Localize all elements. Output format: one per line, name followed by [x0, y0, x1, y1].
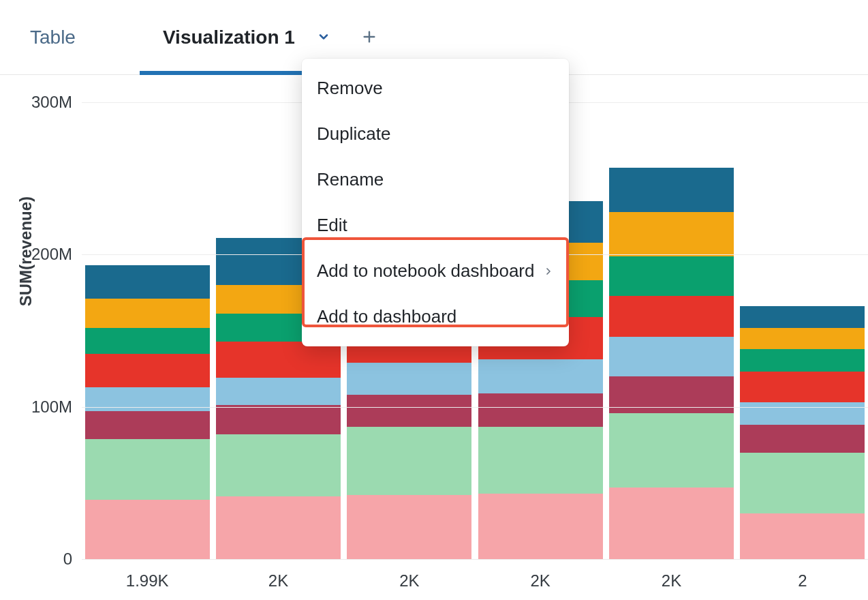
bar-segment — [609, 212, 734, 256]
menu-add-to-notebook-dashboard[interactable]: Add to notebook dashboard — [302, 248, 569, 294]
bar-segment — [478, 393, 603, 427]
y-tick-label: 0 — [63, 550, 82, 569]
tab-menu-trigger[interactable] — [317, 30, 330, 44]
bar-segment — [216, 378, 341, 405]
x-tick-label: 1.99K — [126, 571, 169, 590]
menu-rename[interactable]: Rename — [302, 157, 569, 202]
y-tick-label: 200M — [31, 245, 82, 264]
bar-segment — [609, 337, 734, 376]
bar-segment — [609, 413, 734, 487]
menu-remove[interactable]: Remove — [302, 65, 569, 111]
bar[interactable] — [740, 306, 865, 559]
bar-segment — [740, 425, 865, 452]
add-tab-button[interactable] — [362, 29, 377, 44]
x-tick-label: 2 — [798, 571, 807, 590]
bar-segment — [85, 439, 210, 500]
tab-table[interactable]: Table — [27, 27, 78, 74]
y-tick-label: 100M — [31, 397, 82, 417]
bar-segment — [85, 265, 210, 299]
bar-segment — [740, 453, 865, 513]
bar-segment — [347, 395, 471, 427]
menu-add-to-notebook-dashboard-label: Add to notebook dashboard — [317, 260, 534, 282]
bar-segment — [216, 434, 341, 497]
gridline — [82, 407, 868, 408]
bar-segment — [609, 168, 734, 212]
menu-add-to-dashboard[interactable]: Add to dashboard — [302, 294, 569, 340]
bar-segment — [740, 372, 865, 402]
bar-segment — [478, 494, 603, 559]
bar-segment — [347, 495, 471, 559]
bar-segment — [740, 306, 865, 327]
bar-segment — [740, 349, 865, 372]
plus-icon — [362, 29, 377, 44]
x-tick-label: 2K — [268, 571, 288, 590]
bar-segment — [216, 342, 341, 378]
bar-segment — [347, 427, 471, 496]
bar-segment — [478, 359, 603, 393]
bar-segment — [85, 411, 210, 438]
bar-segment — [609, 256, 734, 296]
menu-edit[interactable]: Edit — [302, 202, 569, 248]
x-tick-label: 2K — [399, 571, 419, 590]
y-tick-label: 300M — [31, 93, 82, 112]
x-tick-label: 2K — [530, 571, 550, 590]
bar-segment — [85, 354, 210, 387]
x-axis: 1.99K2K2K2K2K2 — [82, 559, 868, 600]
bar-segment — [85, 387, 210, 412]
bar[interactable] — [609, 168, 734, 559]
bar-segment — [609, 487, 734, 559]
tab-context-menu: Remove Duplicate Rename Edit Add to note… — [302, 59, 569, 346]
bar-segment — [85, 299, 210, 327]
tab-visualization-1-label: Visualization 1 — [163, 27, 295, 48]
bar[interactable] — [85, 265, 210, 559]
chevron-right-icon — [543, 266, 554, 277]
bar-segment — [85, 328, 210, 354]
bar-segment — [609, 296, 734, 337]
bar-segment — [740, 328, 865, 349]
bar-segment — [740, 402, 865, 425]
bar-segment — [216, 496, 341, 559]
x-tick-label: 2K — [662, 571, 681, 590]
tab-actions — [317, 29, 377, 44]
bar-segment — [347, 363, 471, 395]
chevron-down-icon — [317, 30, 330, 44]
bar-segment — [740, 513, 865, 559]
menu-duplicate[interactable]: Duplicate — [302, 111, 569, 157]
bar-segment — [216, 405, 341, 434]
bar-segment — [478, 427, 603, 494]
bar-segment — [85, 500, 210, 559]
